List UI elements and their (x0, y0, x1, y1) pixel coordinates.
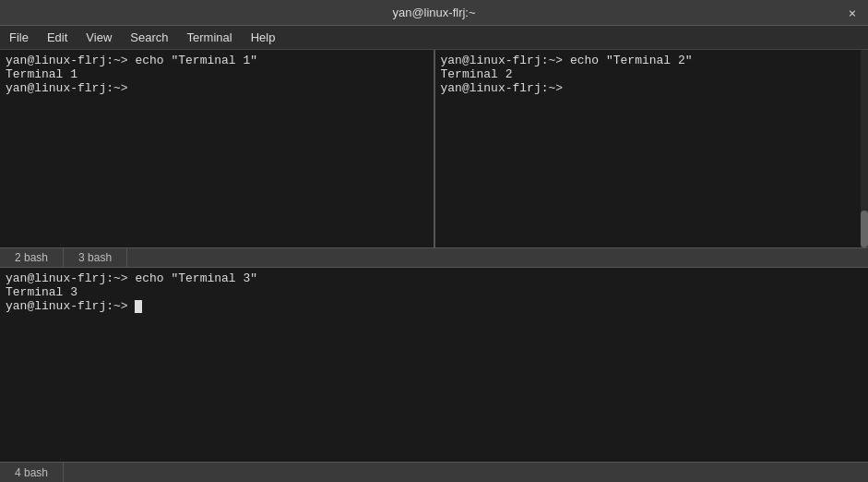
window-title: yan@linux-flrj:~ (392, 6, 475, 19)
terminal-right-line3: yan@linux-flrj:~> (441, 81, 863, 95)
terminal-pane-left[interactable]: yan@linux-flrj:~> echo "Terminal 1" Term… (0, 50, 435, 247)
scrollbar-thumb-right[interactable] (861, 211, 868, 247)
terminal-right-line2: Terminal 2 (441, 67, 863, 81)
tab-4-bash[interactable]: 4 bash (0, 463, 64, 482)
bottom-tab-bar: 4 bash (0, 462, 868, 482)
terminal-bottom-line2: Terminal 3 (6, 285, 862, 299)
menu-search[interactable]: Search (121, 26, 177, 49)
terminal-left-line2: Terminal 1 (6, 67, 428, 81)
terminal-bottom-line3: yan@linux-flrj:~> (6, 299, 862, 313)
scrollbar-right[interactable] (861, 50, 868, 247)
menu-view[interactable]: View (77, 26, 121, 49)
terminal-pane-bottom[interactable]: yan@linux-flrj:~> echo "Terminal 3" Term… (0, 268, 868, 462)
terminal-left-line1: yan@linux-flrj:~> echo "Terminal 1" (6, 54, 428, 67)
title-bar: yan@linux-flrj:~ × (0, 0, 868, 26)
tab-2-bash[interactable]: 2 bash (0, 248, 64, 267)
tab-3-bash[interactable]: 3 bash (64, 248, 127, 267)
terminal-left-line3: yan@linux-flrj:~> (6, 81, 428, 95)
middle-tab-bar: 2 bash 3 bash (0, 247, 868, 268)
menu-edit[interactable]: Edit (38, 26, 77, 49)
close-button[interactable]: × (844, 5, 861, 21)
terminal-bottom-line1: yan@linux-flrj:~> echo "Terminal 3" (6, 271, 862, 285)
main-content: yan@linux-flrj:~> echo "Terminal 1" Term… (0, 50, 868, 482)
menu-help[interactable]: Help (242, 26, 285, 49)
terminal-right-line1: yan@linux-flrj:~> echo "Terminal 2" (441, 54, 863, 67)
cursor-blink (135, 300, 142, 313)
menu-terminal[interactable]: Terminal (178, 26, 242, 49)
menu-file[interactable]: File (0, 26, 38, 49)
menu-bar: File Edit View Search Terminal Help (0, 26, 868, 50)
terminal-pane-right[interactable]: yan@linux-flrj:~> echo "Terminal 2" Term… (435, 50, 869, 247)
top-pane: yan@linux-flrj:~> echo "Terminal 1" Term… (0, 50, 868, 247)
